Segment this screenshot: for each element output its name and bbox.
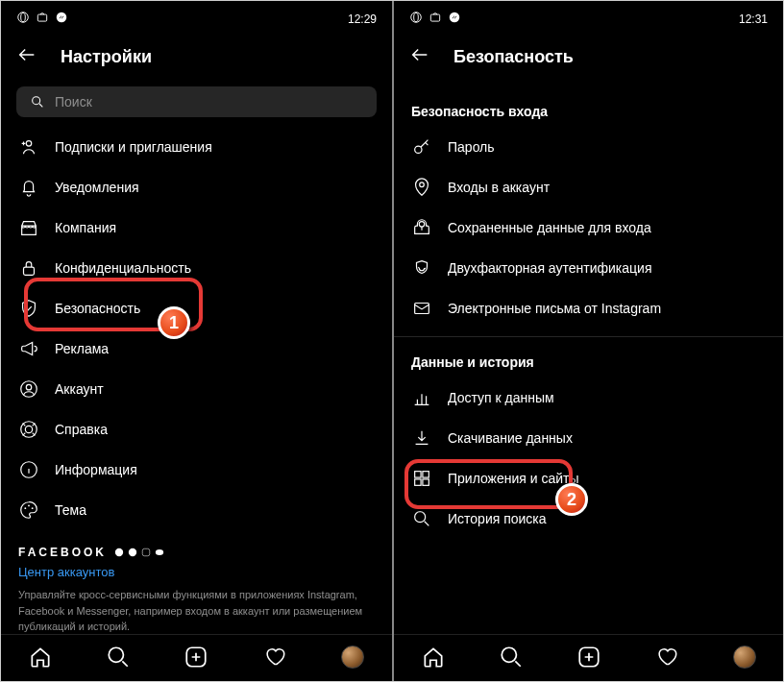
security-menu: Безопасность входа Пароль Входы в аккаун… (394, 86, 783, 634)
shield-check-icon (18, 298, 39, 319)
camera-icon (429, 11, 442, 27)
tab-new-post[interactable] (184, 645, 208, 670)
svg-point-3 (57, 12, 67, 23)
palette-icon (18, 499, 39, 521)
section-login-security: Безопасность входа (394, 86, 783, 127)
menu-item-help[interactable]: Справка (1, 409, 392, 450)
tab-home[interactable] (421, 645, 446, 670)
header: Настройки (1, 31, 392, 86)
menu-item-data-access[interactable]: Доступ к данным (394, 378, 783, 418)
tab-new-post[interactable] (576, 645, 601, 670)
opera-icon (16, 11, 30, 27)
lock-icon (18, 257, 39, 279)
tab-activity[interactable] (262, 645, 287, 670)
svg-point-18 (156, 549, 163, 555)
menu-label: Справка (55, 422, 108, 437)
svg-point-8 (26, 384, 32, 390)
header: Безопасность (394, 31, 783, 86)
svg-point-33 (415, 512, 426, 523)
shazam-icon (55, 11, 68, 27)
avatar (733, 645, 756, 669)
menu-item-data-download[interactable]: Скачивание данных (394, 418, 783, 458)
tab-search[interactable] (106, 645, 131, 670)
menu-item-follow-invite[interactable]: Подписки и приглашения (1, 127, 392, 167)
menu-item-saved-login[interactable]: Сохраненные данные для входа (394, 207, 783, 248)
page-title: Настройки (61, 47, 152, 67)
clock: 12:31 (739, 12, 768, 26)
menu-item-account[interactable]: Аккаунт (1, 369, 392, 409)
svg-point-34 (502, 647, 516, 662)
menu-label: Конфиденциальность (55, 260, 191, 276)
menu-item-ads[interactable]: Реклама (1, 329, 392, 369)
shield-rotate-icon (411, 257, 432, 279)
svg-point-24 (450, 12, 460, 23)
menu-item-privacy[interactable]: Конфиденциальность (1, 248, 392, 288)
svg-point-13 (28, 505, 30, 507)
svg-point-26 (420, 183, 425, 187)
svg-rect-29 (415, 472, 421, 477)
back-icon[interactable] (16, 44, 37, 69)
megaphone-icon (18, 338, 39, 359)
tab-activity[interactable] (654, 645, 679, 670)
bell-icon (18, 177, 39, 198)
menu-item-two-factor[interactable]: Двухфакторная аутентификация (394, 248, 783, 288)
tab-home[interactable] (28, 645, 53, 670)
svg-rect-31 (415, 479, 421, 485)
info-icon (18, 459, 39, 480)
svg-rect-28 (415, 304, 429, 314)
menu-label: Сохраненные данные для входа (448, 220, 651, 235)
brand-text: FACEBOOK (18, 546, 107, 559)
menu-label: Скачивание данных (448, 430, 573, 446)
menu-label: Двухфакторная аутентификация (448, 260, 651, 276)
svg-point-12 (24, 507, 26, 509)
svg-point-4 (33, 97, 40, 105)
tab-profile[interactable] (732, 645, 757, 670)
search-icon (411, 508, 432, 529)
menu-item-theme[interactable]: Тема (1, 490, 392, 530)
back-icon[interactable] (409, 44, 430, 69)
status-bar: 12:29 (1, 1, 392, 31)
menu-label: Безопасность (55, 301, 140, 316)
svg-rect-32 (423, 479, 429, 485)
menu-item-emails[interactable]: Электронные письма от Instagram (394, 288, 783, 329)
menu-label: Входы в аккаунт (448, 180, 550, 195)
menu-item-password[interactable]: Пароль (394, 127, 783, 167)
security-screen: 12:31 Безопасность Безопасность входа Па… (392, 1, 783, 681)
menu-item-login-activity[interactable]: Входы в аккаунт (394, 167, 783, 207)
lifebuoy-icon (18, 419, 39, 440)
accounts-description: Управляйте кросс-сервисными функциями в … (1, 587, 392, 634)
svg-point-22 (414, 12, 419, 21)
menu-label: Приложения и сайты (448, 471, 579, 486)
menu-item-about[interactable]: Информация (1, 450, 392, 490)
svg-point-21 (411, 12, 422, 23)
settings-screen: 12:29 Настройки Поиск Подписки и приглаш… (1, 1, 392, 681)
menu-item-notifications[interactable]: Уведомления (1, 167, 392, 207)
tab-profile[interactable] (340, 645, 365, 670)
facebook-brand: FACEBOOK (1, 530, 392, 563)
svg-rect-30 (423, 472, 429, 477)
svg-point-27 (419, 222, 425, 228)
svg-point-10 (25, 426, 32, 432)
tab-search[interactable] (499, 645, 524, 670)
tab-bar (1, 634, 392, 681)
svg-point-0 (18, 12, 29, 23)
clock: 12:29 (348, 12, 377, 26)
menu-item-search-history[interactable]: История поиска (394, 499, 783, 539)
svg-point-25 (415, 146, 422, 153)
page-title: Безопасность (453, 47, 574, 67)
storefront-icon (18, 217, 39, 238)
svg-rect-17 (142, 548, 150, 556)
search-input[interactable]: Поиск (16, 86, 377, 117)
status-bar: 12:31 (394, 1, 783, 31)
menu-label: Уведомления (55, 180, 139, 195)
user-circle-icon (18, 378, 39, 400)
accounts-center-link[interactable]: Центр аккаунтов (1, 563, 392, 587)
svg-point-5 (26, 141, 32, 147)
menu-item-security[interactable]: Безопасность (1, 288, 392, 329)
camera-icon (36, 11, 49, 27)
menu-item-business[interactable]: Компания (1, 207, 392, 248)
menu-item-apps-websites[interactable]: Приложения и сайты (394, 458, 783, 499)
menu-label: Реклама (55, 341, 109, 356)
shazam-icon (448, 11, 461, 27)
menu-label: Тема (55, 502, 86, 518)
